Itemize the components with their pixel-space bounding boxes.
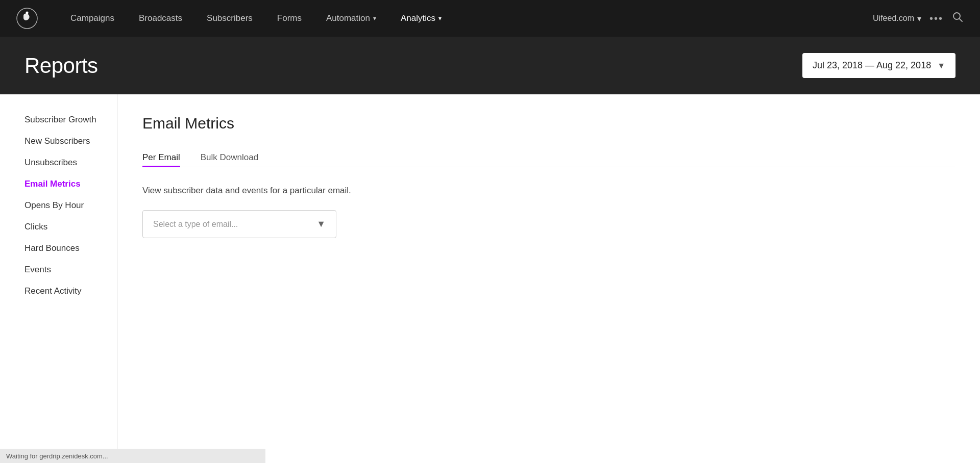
- tabs: Per Email Bulk Download: [142, 148, 955, 167]
- sidebar-item-unsubscribes[interactable]: Unsubscribes: [24, 158, 117, 168]
- svg-point-1: [26, 12, 29, 14]
- sidebar-item-recent-activity[interactable]: Recent Activity: [24, 286, 117, 296]
- more-options-button[interactable]: •••: [929, 13, 943, 24]
- nav-campaigns[interactable]: Campaigns: [58, 0, 127, 37]
- analytics-chevron-icon: ▾: [438, 15, 442, 22]
- nav-subscribers[interactable]: Subscribers: [194, 0, 265, 37]
- sidebar-item-subscriber-growth[interactable]: Subscriber Growth: [24, 115, 117, 125]
- nav-automation[interactable]: Automation ▾: [314, 0, 388, 37]
- sidebar: Subscriber Growth New Subscribers Unsubs…: [0, 94, 117, 463]
- logo[interactable]: [16, 8, 38, 29]
- nav-forms[interactable]: Forms: [265, 0, 314, 37]
- nav-links: Campaigns Broadcasts Subscribers Forms A…: [58, 0, 873, 37]
- nav-analytics[interactable]: Analytics ▾: [388, 0, 454, 37]
- domain-chevron-icon: ▾: [917, 14, 921, 23]
- search-icon[interactable]: [951, 11, 964, 26]
- nav-right: Uifeed.com ▾ •••: [873, 11, 964, 26]
- sidebar-item-new-subscribers[interactable]: New Subscribers: [24, 136, 117, 146]
- sidebar-item-events[interactable]: Events: [24, 265, 117, 275]
- automation-chevron-icon: ▾: [373, 15, 376, 22]
- email-type-dropdown[interactable]: Select a type of email... ▼: [142, 210, 336, 238]
- content-area: Email Metrics Per Email Bulk Download Vi…: [117, 94, 980, 463]
- dropdown-chevron-icon: ▼: [316, 219, 326, 229]
- sidebar-item-opens-by-hour[interactable]: Opens By Hour: [24, 200, 117, 211]
- nav-broadcasts[interactable]: Broadcasts: [127, 0, 194, 37]
- svg-line-3: [960, 19, 963, 22]
- sidebar-item-clicks[interactable]: Clicks: [24, 222, 117, 232]
- page-header: Reports Jul 23, 2018 — Aug 22, 2018 ▼: [0, 37, 980, 94]
- main-content: Subscriber Growth New Subscribers Unsubs…: [0, 94, 980, 463]
- dropdown-placeholder: Select a type of email...: [153, 220, 238, 229]
- tab-per-email[interactable]: Per Email: [142, 148, 180, 167]
- navbar: Campaigns Broadcasts Subscribers Forms A…: [0, 0, 980, 37]
- content-title: Email Metrics: [142, 115, 955, 132]
- sidebar-item-hard-bounces[interactable]: Hard Bounces: [24, 243, 117, 253]
- description-text: View subscriber data and events for a pa…: [142, 186, 955, 196]
- status-text: Waiting for gerdrip.zenidesk.com...: [6, 452, 108, 460]
- domain-selector[interactable]: Uifeed.com ▾: [873, 14, 921, 23]
- date-range-chevron-icon: ▼: [937, 61, 945, 70]
- sidebar-item-email-metrics[interactable]: Email Metrics: [24, 179, 117, 189]
- status-bar: Waiting for gerdrip.zenidesk.com...: [0, 449, 265, 463]
- page-title: Reports: [24, 54, 98, 78]
- date-range-button[interactable]: Jul 23, 2018 — Aug 22, 2018 ▼: [802, 53, 955, 78]
- tab-bulk-download[interactable]: Bulk Download: [201, 148, 258, 167]
